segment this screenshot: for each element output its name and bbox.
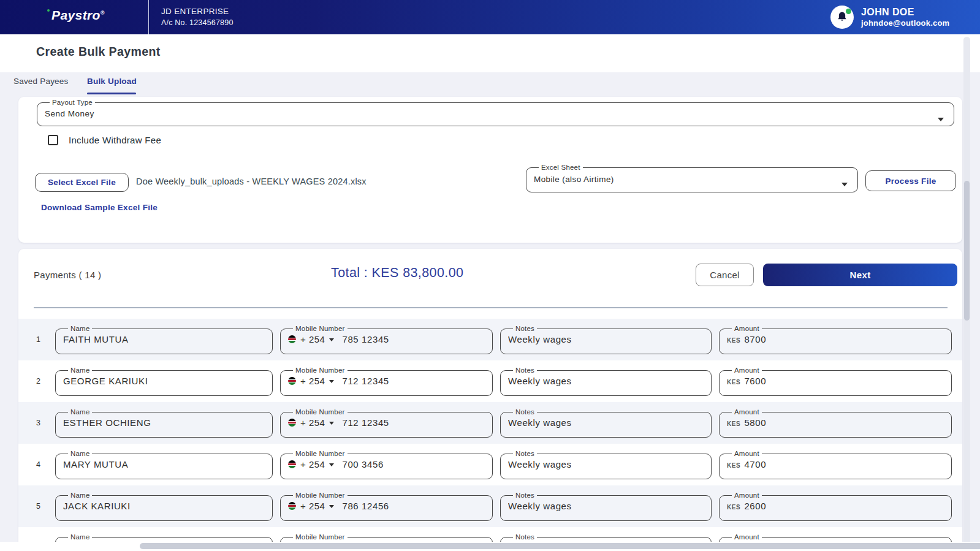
name-field[interactable]: Name MARY MUTUA <box>55 450 273 479</box>
brand-logo[interactable]: Paystro® <box>51 8 105 23</box>
country-code: + 254 <box>300 500 325 512</box>
tab-bulk-upload[interactable]: Bulk Upload <box>87 77 137 86</box>
active-tab-underline <box>87 93 136 94</box>
currency-code: KES <box>727 501 740 514</box>
chevron-down-icon[interactable] <box>329 505 334 508</box>
currency-code: KES <box>727 418 740 430</box>
mobile-input[interactable]: 712 12345 <box>342 417 389 429</box>
mobile-field[interactable]: Mobile Number + 254 786 12456 <box>280 492 493 521</box>
notes-field[interactable]: Notes Weekly wages <box>500 409 712 438</box>
amount-label: Amount <box>732 325 762 332</box>
next-button[interactable]: Next <box>763 264 957 286</box>
download-sample-link[interactable]: Download Sample Excel File <box>41 203 158 212</box>
amount-input[interactable]: KES 2600 <box>727 500 944 514</box>
include-withdraw-fee-checkbox[interactable] <box>48 135 58 145</box>
payout-type-select[interactable]: Payout Type Send Money <box>37 99 954 126</box>
notes-input[interactable]: Weekly wages <box>508 333 704 346</box>
notes-input[interactable]: Weekly wages <box>508 417 704 429</box>
payment-row: 2 Name GEORGE KARIUKI Mobile Number + 25… <box>18 360 962 402</box>
chevron-down-icon[interactable] <box>329 380 334 383</box>
notes-label: Notes <box>513 325 537 332</box>
country-code: + 254 <box>300 333 325 346</box>
select-excel-file-button[interactable]: Select Excel File <box>35 173 129 192</box>
notification-bell-button[interactable] <box>830 6 854 29</box>
amount-input[interactable]: KES 7600 <box>727 375 944 389</box>
mobile-label: Mobile Number <box>293 492 348 499</box>
name-field[interactable]: Name JACK KARIUKI <box>55 492 273 521</box>
amount-input[interactable]: KES 4700 <box>727 458 944 472</box>
name-input[interactable]: JACK KARIUKI <box>63 500 265 512</box>
notes-input[interactable]: Weekly wages <box>508 375 704 387</box>
amount-field[interactable]: Amount KES 2600 <box>719 492 952 521</box>
mobile-field[interactable]: Mobile Number + 254 785 12345 <box>280 325 493 354</box>
mobile-input[interactable]: 785 12345 <box>342 333 389 346</box>
currency-code: KES <box>727 460 740 472</box>
user-info: JOHN DOE johndoe@outlook.com <box>830 6 949 29</box>
mobile-input[interactable]: 700 3456 <box>342 458 383 471</box>
name-input[interactable]: MARY MUTUA <box>63 458 265 471</box>
mobile-input[interactable]: 786 12456 <box>342 500 389 512</box>
chevron-down-icon[interactable] <box>329 463 334 466</box>
chevron-down-icon <box>841 183 848 186</box>
notes-field[interactable]: Notes Weekly wages <box>500 367 712 396</box>
selected-file-name: Doe Weekly_bulk_uploads - WEEKLY WAGES 2… <box>136 177 367 186</box>
mobile-field[interactable]: Mobile Number + 254 700 3456 <box>280 450 493 479</box>
payment-row: 5 Name JACK KARIUKI Mobile Number + 254 … <box>18 485 962 527</box>
payout-type-label: Payout Type <box>50 99 95 106</box>
kenya-flag-icon <box>288 502 296 510</box>
payments-card: Payments ( 14 ) Total : KES 83,800.00 Ca… <box>18 249 962 551</box>
include-withdraw-fee-row: Include Withdraw Fee <box>48 135 161 145</box>
kenya-flag-icon <box>288 419 296 427</box>
page-title: Create Bulk Payment <box>0 34 980 59</box>
name-label: Name <box>68 325 92 332</box>
notification-dot <box>846 9 851 14</box>
payment-row: 3 Name ESTHER OCHIENG Mobile Number + 25… <box>18 402 962 444</box>
horizontal-scrollbar-thumb[interactable] <box>140 543 980 549</box>
notes-field[interactable]: Notes Weekly wages <box>500 492 712 521</box>
amount-field[interactable]: Amount KES 4700 <box>719 450 952 479</box>
mobile-label: Mobile Number <box>293 534 348 541</box>
tab-saved-payees[interactable]: Saved Payees <box>13 77 68 86</box>
amount-field[interactable]: Amount KES 5800 <box>719 409 952 438</box>
amount-field[interactable]: Amount KES 8700 <box>719 325 952 354</box>
amount-label: Amount <box>732 409 762 416</box>
header-divider <box>148 0 149 34</box>
chevron-down-icon[interactable] <box>329 338 334 341</box>
mobile-input[interactable]: 712 12345 <box>342 375 389 387</box>
kenya-flag-icon <box>288 377 296 385</box>
amount-label: Amount <box>732 492 762 499</box>
name-label: Name <box>68 492 92 499</box>
mobile-field[interactable]: Mobile Number + 254 712 12345 <box>280 409 493 438</box>
brand-accent-dot <box>47 9 50 12</box>
cancel-button[interactable]: Cancel <box>696 264 754 286</box>
notes-field[interactable]: Notes Weekly wages <box>500 325 712 354</box>
currency-code: KES <box>727 335 740 347</box>
mobile-label: Mobile Number <box>293 367 348 374</box>
name-input[interactable]: GEORGE KARIUKI <box>63 375 265 387</box>
name-field[interactable]: Name ESTHER OCHIENG <box>55 409 273 438</box>
notes-input[interactable]: Weekly wages <box>508 500 704 512</box>
name-field[interactable]: Name FAITH MUTUA <box>55 325 273 354</box>
chevron-down-icon[interactable] <box>329 422 334 425</box>
excel-sheet-select[interactable]: Excel Sheet Mobile (also Airtime) <box>526 164 858 192</box>
name-input[interactable]: FAITH MUTUA <box>63 333 265 346</box>
amount-field[interactable]: Amount KES 7600 <box>719 367 952 396</box>
notes-input[interactable]: Weekly wages <box>508 458 704 471</box>
process-file-button[interactable]: Process File <box>865 170 956 191</box>
name-label: Name <box>68 450 92 457</box>
notes-field[interactable]: Notes Weekly wages <box>500 450 712 479</box>
name-field[interactable]: Name GEORGE KARIUKI <box>55 367 273 396</box>
excel-sheet-value: Mobile (also Airtime) <box>534 173 850 186</box>
amount-input[interactable]: KES 5800 <box>727 417 944 430</box>
include-withdraw-fee-label: Include Withdraw Fee <box>69 135 161 145</box>
amount-input[interactable]: KES 8700 <box>727 333 944 347</box>
notes-label: Notes <box>513 409 537 416</box>
amount-label: Amount <box>732 534 762 541</box>
notes-label: Notes <box>513 450 537 457</box>
payments-count: Payments ( 14 ) <box>34 270 101 280</box>
vertical-scrollbar-thumb[interactable] <box>964 181 970 321</box>
mobile-field[interactable]: Mobile Number + 254 712 12345 <box>280 367 493 396</box>
name-input[interactable]: ESTHER OCHIENG <box>63 417 265 429</box>
row-index: 4 <box>18 460 48 469</box>
mobile-label: Mobile Number <box>293 409 348 416</box>
